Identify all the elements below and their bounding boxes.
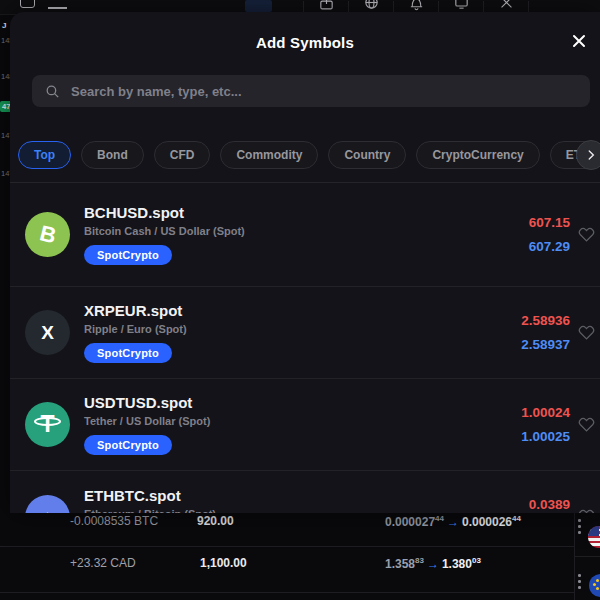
tab-top[interactable]: Top — [18, 141, 71, 169]
chevron-right-icon — [584, 148, 598, 162]
market-badge: SpotCrypto — [84, 343, 172, 363]
symbol-info: BCHUSD.spot Bitcoin Cash / US Dollar (Sp… — [84, 204, 245, 265]
symbol-info: ETHBTC.spot Ethereum / Bitcoin (Spot) Sp… — [84, 487, 216, 514]
bid-price: 0.0389 — [529, 497, 570, 512]
symbol-info: XRPEUR.spot Ripple / Euro (Spot) SpotCry… — [84, 302, 187, 363]
change-cell: +23.32 CAD — [70, 556, 136, 570]
close-icon[interactable] — [566, 28, 592, 54]
symbol-description: Ethereum / Bitcoin (Spot) — [84, 508, 216, 514]
favorite-heart-icon[interactable] — [577, 323, 597, 343]
active-tool-button[interactable] — [245, 0, 272, 12]
resize-icon[interactable] — [498, 0, 515, 11]
change-cell: -0.0008535 BTC — [70, 514, 158, 528]
price-from-sup: 83 — [415, 556, 424, 565]
symbol-name: ETHBTC.spot — [84, 487, 216, 504]
volume-cell: 1,100.00 — [200, 556, 247, 570]
symbol-name: BCHUSD.spot — [84, 204, 245, 221]
symbol-row-usdtusd[interactable]: T USDTUSD.spot Tether / US Dollar (Spot)… — [10, 379, 600, 471]
price-to-sup: 44 — [512, 514, 521, 523]
bitcoin-cash-logo: B — [25, 212, 70, 257]
price-change-cell: 0.00002744→0.00002644 — [385, 514, 521, 529]
ask-price: 1.00025 — [521, 429, 570, 445]
ask-price: 607.29 — [529, 239, 570, 255]
alerts-icon[interactable] — [408, 0, 425, 11]
price-change-cell: 1.35883→1.38003 — [385, 556, 481, 571]
favorite-heart-icon[interactable] — [577, 225, 597, 245]
row-divider — [0, 546, 574, 547]
market-badge: SpotCrypto — [84, 435, 172, 455]
bid-price: 2.58936 — [521, 313, 570, 328]
volume-cell: 920.00 — [197, 514, 234, 528]
axis-label: J — [2, 21, 6, 30]
row-divider — [0, 592, 574, 593]
search-icon — [44, 83, 61, 100]
tether-logo: T — [25, 402, 70, 447]
search-input[interactable] — [71, 84, 590, 99]
menu-icon[interactable] — [20, 0, 35, 8]
symbol-description: Ripple / Euro (Spot) — [84, 323, 187, 335]
coin-glyph: ▲ — [39, 507, 56, 513]
monitor-icon[interactable] — [453, 0, 470, 11]
add-symbols-modal: Add Symbols Top Bond CFD Commodity Count… — [10, 12, 600, 513]
tab-country[interactable]: Country — [328, 141, 406, 169]
price-from-sup: 44 — [435, 514, 444, 523]
symbol-row-bchusd[interactable]: B BCHUSD.spot Bitcoin Cash / US Dollar (… — [10, 183, 600, 287]
price-to-sup: 03 — [472, 556, 481, 565]
tab-commodity[interactable]: Commodity — [220, 141, 318, 169]
modal-title: Add Symbols — [10, 34, 600, 51]
price-from: 1.358 — [385, 557, 415, 571]
symbol-row-ethbtc[interactable]: ▲ ETHBTC.spot Ethereum / Bitcoin (Spot) … — [10, 471, 600, 513]
favorite-heart-icon[interactable] — [577, 415, 597, 435]
row-divider — [575, 556, 600, 557]
favorite-heart-icon[interactable] — [577, 507, 597, 513]
tab-bond[interactable]: Bond — [81, 141, 144, 169]
coin-glyph: X — [41, 322, 54, 344]
price-to: 1.380 — [442, 557, 472, 571]
symbol-name: USDTUSD.spot — [84, 394, 210, 411]
ripple-logo: X — [25, 310, 70, 355]
symbol-description: Tether / US Dollar (Spot) — [84, 415, 210, 427]
tabs-scroll-right-button[interactable] — [576, 140, 600, 170]
tab-cfd[interactable]: CFD — [154, 141, 211, 169]
row-menu-icon[interactable] — [578, 519, 581, 537]
symbol-info: USDTUSD.spot Tether / US Dollar (Spot) S… — [84, 394, 210, 455]
chart-toolbar-icon[interactable] — [48, 7, 67, 9]
symbol-row-xrpeur[interactable]: X XRPEUR.spot Ripple / Euro (Spot) SpotC… — [10, 287, 600, 379]
us-flag-icon — [588, 526, 600, 548]
row-menu-icon[interactable] — [578, 574, 581, 592]
symbol-name: XRPEUR.spot — [84, 302, 187, 319]
arrow-right-icon: → — [444, 515, 462, 529]
ask-price: 2.58937 — [521, 337, 570, 353]
ethereum-logo: ▲ — [25, 495, 70, 514]
globe-icon[interactable] — [363, 0, 380, 11]
search-bar[interactable] — [32, 75, 590, 107]
bid-price: 1.00024 — [521, 405, 570, 420]
tab-cryptocurrency[interactable]: CryptoCurrency — [416, 141, 539, 169]
eu-flag-icon — [589, 574, 600, 597]
market-badge: SpotCrypto — [84, 245, 172, 265]
bid-price: 607.15 — [529, 215, 570, 230]
price-to: 0.000026 — [462, 515, 512, 529]
arrow-right-icon: → — [424, 557, 442, 571]
share-icon[interactable] — [318, 0, 335, 11]
symbol-description: Bitcoin Cash / US Dollar (Spot) — [84, 225, 245, 237]
category-tabs: Top Bond CFD Commodity Country CryptoCur… — [18, 141, 600, 171]
price-from: 0.000027 — [385, 515, 435, 529]
symbol-list: B BCHUSD.spot Bitcoin Cash / US Dollar (… — [10, 182, 600, 513]
coin-glyph: B — [37, 220, 59, 249]
tether-ring — [34, 417, 61, 426]
